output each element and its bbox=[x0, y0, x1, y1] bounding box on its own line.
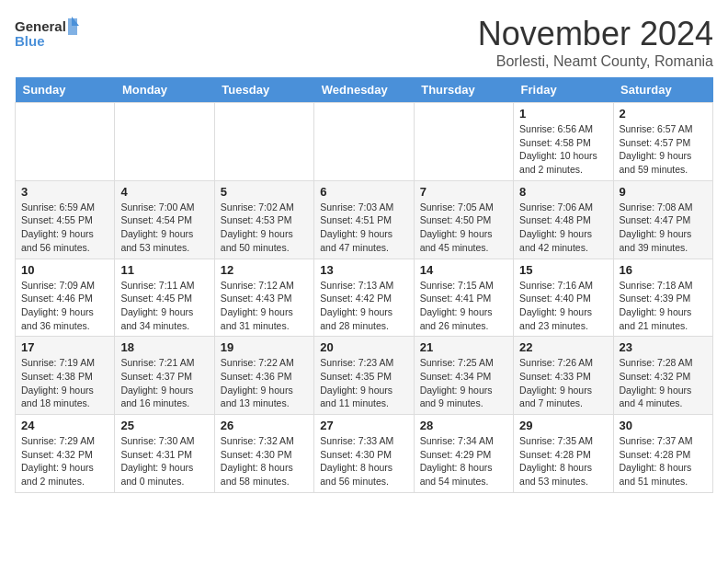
day-cell-empty-0-0 bbox=[16, 103, 115, 181]
week-row-3: 10Sunrise: 7:09 AM Sunset: 4:46 PM Dayli… bbox=[16, 259, 713, 337]
day-number: 7 bbox=[420, 185, 507, 199]
day-number: 3 bbox=[21, 185, 108, 199]
weekday-header-row: SundayMondayTuesdayWednesdayThursdayFrid… bbox=[16, 77, 713, 103]
day-info: Sunrise: 7:33 AM Sunset: 4:30 PM Dayligh… bbox=[320, 434, 407, 488]
day-number: 23 bbox=[620, 340, 707, 354]
day-cell-14: 14Sunrise: 7:15 AM Sunset: 4:41 PM Dayli… bbox=[414, 259, 513, 337]
day-cell-24: 24Sunrise: 7:29 AM Sunset: 4:32 PM Dayli… bbox=[16, 415, 115, 493]
calendar-table: SundayMondayTuesdayWednesdayThursdayFrid… bbox=[15, 77, 713, 493]
page-header: General Blue November 2024 Borlesti, Nea… bbox=[15, 15, 713, 70]
day-cell-6: 6Sunrise: 7:03 AM Sunset: 4:51 PM Daylig… bbox=[314, 180, 414, 259]
day-info: Sunrise: 6:57 AM Sunset: 4:57 PM Dayligh… bbox=[620, 122, 707, 177]
day-info: Sunrise: 7:02 AM Sunset: 4:53 PM Dayligh… bbox=[221, 201, 308, 255]
day-cell-18: 18Sunrise: 7:21 AM Sunset: 4:37 PM Dayli… bbox=[115, 337, 214, 415]
day-info: Sunrise: 7:05 AM Sunset: 4:50 PM Dayligh… bbox=[420, 201, 507, 255]
day-info: Sunrise: 7:19 AM Sunset: 4:38 PM Dayligh… bbox=[21, 356, 108, 410]
day-cell-5: 5Sunrise: 7:02 AM Sunset: 4:53 PM Daylig… bbox=[214, 180, 313, 259]
day-info: Sunrise: 7:25 AM Sunset: 4:34 PM Dayligh… bbox=[420, 356, 507, 410]
day-info: Sunrise: 7:03 AM Sunset: 4:51 PM Dayligh… bbox=[320, 201, 407, 255]
day-number: 17 bbox=[21, 340, 108, 354]
day-info: Sunrise: 7:34 AM Sunset: 4:29 PM Dayligh… bbox=[420, 434, 507, 488]
day-info: Sunrise: 7:22 AM Sunset: 4:36 PM Dayligh… bbox=[221, 356, 308, 410]
svg-text:Blue: Blue bbox=[15, 33, 45, 49]
day-info: Sunrise: 7:00 AM Sunset: 4:54 PM Dayligh… bbox=[120, 201, 208, 255]
day-number: 28 bbox=[420, 419, 507, 432]
week-row-4: 17Sunrise: 7:19 AM Sunset: 4:38 PM Dayli… bbox=[16, 337, 713, 415]
day-cell-21: 21Sunrise: 7:25 AM Sunset: 4:34 PM Dayli… bbox=[414, 337, 513, 415]
day-info: Sunrise: 7:21 AM Sunset: 4:37 PM Dayligh… bbox=[120, 356, 208, 410]
day-cell-11: 11Sunrise: 7:11 AM Sunset: 4:45 PM Dayli… bbox=[115, 259, 214, 337]
day-cell-22: 22Sunrise: 7:26 AM Sunset: 4:33 PM Dayli… bbox=[514, 337, 613, 415]
day-cell-8: 8Sunrise: 7:06 AM Sunset: 4:48 PM Daylig… bbox=[514, 180, 613, 259]
day-info: Sunrise: 7:26 AM Sunset: 4:33 PM Dayligh… bbox=[519, 356, 607, 410]
day-number: 9 bbox=[620, 185, 707, 199]
day-number: 29 bbox=[519, 419, 607, 432]
logo-svg: General Blue bbox=[15, 15, 79, 56]
day-cell-empty-0-2 bbox=[214, 103, 313, 181]
day-cell-3: 3Sunrise: 6:59 AM Sunset: 4:55 PM Daylig… bbox=[16, 180, 115, 259]
day-number: 2 bbox=[620, 107, 707, 121]
day-cell-empty-0-1 bbox=[115, 103, 214, 181]
day-cell-19: 19Sunrise: 7:22 AM Sunset: 4:36 PM Dayli… bbox=[214, 337, 313, 415]
day-info: Sunrise: 6:59 AM Sunset: 4:55 PM Dayligh… bbox=[21, 201, 108, 255]
day-cell-2: 2Sunrise: 6:57 AM Sunset: 4:57 PM Daylig… bbox=[613, 103, 712, 181]
day-cell-empty-0-3 bbox=[314, 103, 414, 181]
day-info: Sunrise: 7:23 AM Sunset: 4:35 PM Dayligh… bbox=[320, 356, 407, 410]
day-info: Sunrise: 7:35 AM Sunset: 4:28 PM Dayligh… bbox=[519, 434, 607, 488]
day-number: 18 bbox=[120, 340, 208, 354]
location-subtitle: Borlesti, Neamt County, Romania bbox=[478, 53, 713, 70]
day-info: Sunrise: 7:13 AM Sunset: 4:42 PM Dayligh… bbox=[320, 279, 407, 333]
day-cell-30: 30Sunrise: 7:37 AM Sunset: 4:28 PM Dayli… bbox=[613, 415, 712, 493]
week-row-5: 24Sunrise: 7:29 AM Sunset: 4:32 PM Dayli… bbox=[16, 415, 713, 493]
day-cell-29: 29Sunrise: 7:35 AM Sunset: 4:28 PM Dayli… bbox=[514, 415, 613, 493]
weekday-header-sunday: Sunday bbox=[16, 77, 115, 103]
day-cell-4: 4Sunrise: 7:00 AM Sunset: 4:54 PM Daylig… bbox=[115, 180, 214, 259]
day-number: 16 bbox=[620, 263, 707, 277]
day-number: 19 bbox=[221, 340, 308, 354]
day-info: Sunrise: 7:18 AM Sunset: 4:39 PM Dayligh… bbox=[620, 279, 707, 333]
weekday-header-tuesday: Tuesday bbox=[214, 77, 313, 103]
day-number: 27 bbox=[320, 419, 407, 432]
day-cell-1: 1Sunrise: 6:56 AM Sunset: 4:58 PM Daylig… bbox=[514, 103, 613, 181]
day-info: Sunrise: 7:37 AM Sunset: 4:28 PM Dayligh… bbox=[620, 434, 707, 488]
weekday-header-thursday: Thursday bbox=[414, 77, 513, 103]
day-number: 10 bbox=[21, 263, 108, 277]
day-info: Sunrise: 7:16 AM Sunset: 4:40 PM Dayligh… bbox=[519, 279, 607, 333]
day-info: Sunrise: 6:56 AM Sunset: 4:58 PM Dayligh… bbox=[519, 122, 607, 177]
day-number: 21 bbox=[420, 340, 507, 354]
day-info: Sunrise: 7:32 AM Sunset: 4:30 PM Dayligh… bbox=[221, 434, 308, 488]
day-number: 22 bbox=[519, 340, 607, 354]
day-cell-9: 9Sunrise: 7:08 AM Sunset: 4:47 PM Daylig… bbox=[613, 180, 712, 259]
title-block: November 2024 Borlesti, Neamt County, Ro… bbox=[478, 15, 713, 70]
day-number: 25 bbox=[120, 419, 208, 432]
day-cell-27: 27Sunrise: 7:33 AM Sunset: 4:30 PM Dayli… bbox=[314, 415, 414, 493]
day-number: 5 bbox=[221, 185, 308, 199]
day-number: 30 bbox=[620, 419, 707, 432]
day-info: Sunrise: 7:30 AM Sunset: 4:31 PM Dayligh… bbox=[120, 434, 208, 488]
day-cell-20: 20Sunrise: 7:23 AM Sunset: 4:35 PM Dayli… bbox=[314, 337, 414, 415]
weekday-header-saturday: Saturday bbox=[613, 77, 712, 103]
week-row-1: 1Sunrise: 6:56 AM Sunset: 4:58 PM Daylig… bbox=[16, 103, 713, 181]
day-number: 24 bbox=[21, 419, 108, 432]
day-info: Sunrise: 7:11 AM Sunset: 4:45 PM Dayligh… bbox=[120, 279, 208, 333]
day-cell-17: 17Sunrise: 7:19 AM Sunset: 4:38 PM Dayli… bbox=[16, 337, 115, 415]
day-info: Sunrise: 7:06 AM Sunset: 4:48 PM Dayligh… bbox=[519, 201, 607, 255]
day-cell-25: 25Sunrise: 7:30 AM Sunset: 4:31 PM Dayli… bbox=[115, 415, 214, 493]
day-cell-28: 28Sunrise: 7:34 AM Sunset: 4:29 PM Dayli… bbox=[414, 415, 513, 493]
weekday-header-friday: Friday bbox=[514, 77, 613, 103]
day-cell-23: 23Sunrise: 7:28 AM Sunset: 4:32 PM Dayli… bbox=[613, 337, 712, 415]
day-number: 1 bbox=[519, 107, 607, 121]
day-cell-empty-0-4 bbox=[414, 103, 513, 181]
day-info: Sunrise: 7:28 AM Sunset: 4:32 PM Dayligh… bbox=[620, 356, 707, 410]
day-number: 12 bbox=[221, 263, 308, 277]
day-number: 13 bbox=[320, 263, 407, 277]
day-cell-26: 26Sunrise: 7:32 AM Sunset: 4:30 PM Dayli… bbox=[214, 415, 313, 493]
day-info: Sunrise: 7:08 AM Sunset: 4:47 PM Dayligh… bbox=[620, 201, 707, 255]
day-info: Sunrise: 7:29 AM Sunset: 4:32 PM Dayligh… bbox=[21, 434, 108, 488]
day-cell-13: 13Sunrise: 7:13 AM Sunset: 4:42 PM Dayli… bbox=[314, 259, 414, 337]
weekday-header-monday: Monday bbox=[115, 77, 214, 103]
day-number: 11 bbox=[120, 263, 208, 277]
day-info: Sunrise: 7:12 AM Sunset: 4:43 PM Dayligh… bbox=[221, 279, 308, 333]
weekday-header-wednesday: Wednesday bbox=[314, 77, 414, 103]
month-title: November 2024 bbox=[478, 15, 713, 53]
